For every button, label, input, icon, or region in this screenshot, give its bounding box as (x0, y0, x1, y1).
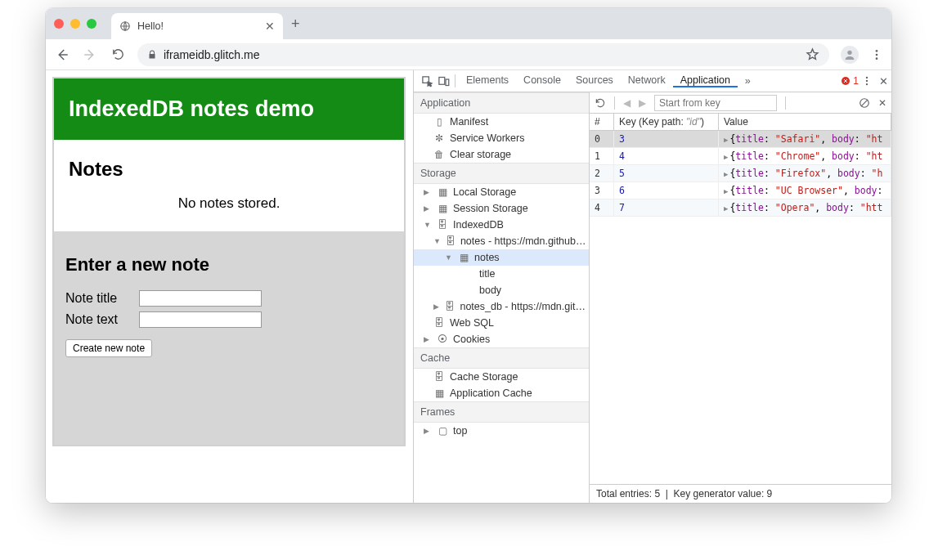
note-text-label: Note text (65, 312, 136, 327)
devtools-tab-elements[interactable]: Elements (459, 74, 516, 86)
profile-avatar[interactable] (841, 46, 859, 64)
maximize-window-button[interactable] (87, 19, 96, 29)
svg-point-3 (876, 53, 878, 56)
sidebar-item-manifest[interactable]: ▯Manifest (414, 114, 589, 130)
new-tab-button[interactable]: + (291, 16, 300, 33)
minimize-window-button[interactable] (70, 19, 80, 29)
sidebar-group-application: Application (414, 92, 589, 114)
error-count-badge[interactable]: 1 (841, 75, 859, 87)
sidebar-item-websql[interactable]: 🗄Web SQL (414, 315, 589, 331)
grid-icon: ▦ (458, 252, 469, 263)
idb-header-row: # Key (Key path: "id") Value (590, 114, 891, 131)
sidebar-item-local-storage[interactable]: ▶▦Local Storage (414, 184, 589, 200)
devtools-tab-network[interactable]: Network (621, 74, 673, 86)
title-bar: Hello! ✕ + (46, 8, 891, 39)
inspect-element-icon[interactable] (419, 75, 435, 87)
table-row[interactable]: 36▶{title: "UC Browser", body: (590, 182, 891, 199)
address-bar: iframeidb.glitch.me (46, 39, 891, 70)
globe-icon (119, 20, 131, 32)
svg-point-2 (876, 50, 878, 52)
devtools-settings-icon[interactable] (859, 75, 875, 87)
table-row[interactable]: 47▶{title: "Opera", body: "htt (590, 199, 891, 217)
grid-icon: ▦ (433, 388, 445, 399)
create-note-button[interactable]: Create new note (65, 339, 152, 357)
close-tab-button[interactable]: ✕ (265, 20, 275, 33)
devtools-pane: ElementsConsoleSourcesNetworkApplication… (413, 70, 891, 503)
sidebar-item-idb-notesdb2[interactable]: ▶🗄notes_db - https://mdn.git… (414, 298, 589, 315)
sidebar-item-cookies[interactable]: ▶⦿Cookies (414, 331, 589, 347)
frame-icon: ▢ (437, 425, 448, 437)
trash-icon: 🗑 (433, 149, 445, 160)
page-next-button[interactable]: ▶ (639, 97, 646, 109)
sidebar-item-indexeddb[interactable]: ▼🗄IndexedDB (414, 217, 589, 233)
start-from-key-input[interactable] (654, 95, 777, 111)
svg-rect-6 (438, 77, 444, 84)
star-icon[interactable] (806, 47, 819, 61)
document-icon: ▯ (433, 116, 445, 128)
note-form: Enter a new note Note title Note text Cr… (54, 231, 404, 445)
notes-heading: Notes (69, 158, 389, 181)
page-pane: IndexedDB notes demo Notes No notes stor… (46, 70, 413, 503)
sidebar-item-cache-storage[interactable]: 🗄Cache Storage (414, 369, 589, 385)
delete-selected-button[interactable]: ✕ (878, 97, 886, 109)
devtools-close-button[interactable]: ✕ (875, 75, 891, 87)
refresh-button[interactable] (595, 97, 606, 109)
back-button[interactable] (54, 47, 70, 62)
sidebar-item-idb-notes-store[interactable]: ▼▦notes (414, 249, 589, 266)
browser-tab[interactable]: Hello! ✕ (111, 13, 283, 39)
forward-button[interactable] (82, 47, 98, 62)
col-header-key[interactable]: Key (Key path: "id") (614, 114, 719, 130)
gear-icon: ✼ (433, 132, 445, 144)
form-heading: Enter a new note (65, 254, 393, 276)
lock-icon (147, 50, 157, 60)
device-toolbar-icon[interactable] (435, 75, 451, 87)
database-icon: 🗄 (437, 219, 448, 231)
cookie-icon: ⦿ (437, 334, 448, 345)
content-split: IndexedDB notes demo Notes No notes stor… (46, 70, 891, 503)
note-title-input[interactable] (139, 290, 262, 307)
database-icon: 🗄 (433, 371, 445, 383)
svg-point-11 (866, 83, 868, 85)
grid-icon: ▦ (437, 203, 448, 214)
no-notes-message: No notes stored. (69, 195, 389, 212)
sidebar-item-service-workers[interactable]: ✼Service Workers (414, 130, 589, 146)
page-container: IndexedDB notes demo Notes No notes stor… (52, 77, 406, 446)
note-text-input[interactable] (139, 311, 262, 328)
sidebar-item-idb-index-body[interactable]: body (414, 282, 589, 298)
sidebar-item-session-storage[interactable]: ▶▦Session Storage (414, 200, 589, 217)
table-row[interactable]: 25▶{title: "Firefox", body: "h (590, 165, 891, 182)
devtools-main: ◀ ▶ ✕ # Key (Key path: "id") (590, 92, 891, 503)
sidebar-group-cache: Cache (414, 347, 589, 369)
col-header-value[interactable]: Value (719, 114, 891, 130)
page-prev-button[interactable]: ◀ (623, 97, 631, 109)
table-row[interactable]: 03▶{title: "Safari", body: "ht (590, 131, 891, 148)
devtools-tab-application[interactable]: Application (673, 74, 738, 87)
sidebar-item-clear-storage[interactable]: 🗑Clear storage (414, 146, 589, 163)
traffic-lights (54, 19, 96, 29)
devtools-tab-sources[interactable]: Sources (568, 74, 621, 86)
col-header-index[interactable]: # (590, 114, 614, 130)
sidebar-item-idb-index-title[interactable]: title (414, 266, 589, 282)
url-field[interactable]: iframeidb.glitch.me (137, 43, 829, 66)
database-icon: 🗄 (445, 301, 455, 312)
clear-object-store-button[interactable] (859, 97, 870, 109)
notes-section: Notes No notes stored. (54, 140, 404, 231)
devtools-tabbar: ElementsConsoleSourcesNetworkApplication… (414, 70, 891, 92)
reload-button[interactable] (110, 47, 126, 61)
grid-icon: ▦ (437, 186, 448, 198)
sidebar-group-frames: Frames (414, 401, 589, 423)
sidebar-item-idb-notes-db[interactable]: ▼🗄notes - https://mdn.github… (414, 233, 589, 249)
devtools-tab-console[interactable]: Console (516, 74, 568, 86)
devtools-sidebar: Application ▯Manifest ✼Service Workers 🗑… (414, 92, 590, 503)
close-window-button[interactable] (54, 19, 64, 29)
more-tabs-button[interactable]: » (738, 70, 758, 92)
idb-footer: Total entries: 5 | Key generator value: … (590, 484, 891, 503)
idb-table: # Key (Key path: "id") Value 03▶{title: … (590, 114, 891, 484)
sidebar-item-frame-top[interactable]: ▶▢top (414, 423, 589, 439)
kebab-menu-icon[interactable] (870, 48, 883, 61)
svg-point-9 (866, 77, 868, 78)
svg-rect-7 (446, 79, 449, 86)
sidebar-item-application-cache[interactable]: ▦Application Cache (414, 385, 589, 401)
database-icon: 🗄 (433, 317, 445, 329)
table-row[interactable]: 14▶{title: "Chrome", body: "ht (590, 148, 891, 165)
